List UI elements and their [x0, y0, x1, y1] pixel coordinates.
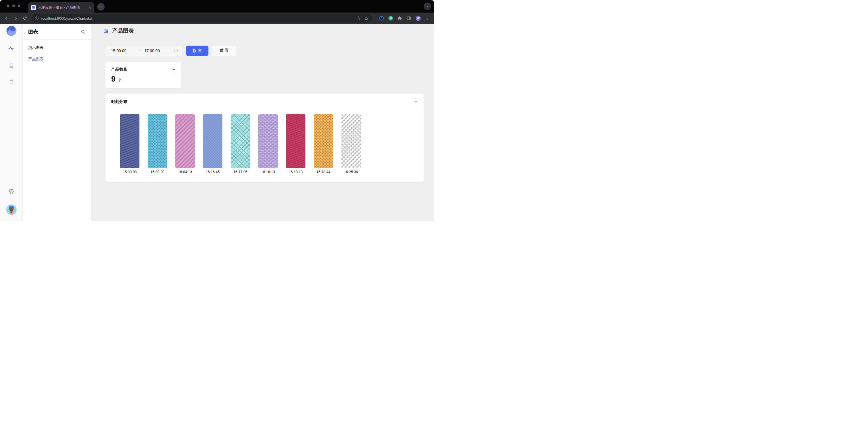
- gear-icon: [8, 188, 14, 194]
- end-time-input[interactable]: 17:00:00: [144, 49, 160, 53]
- bar-chart: 15:39:0815:39:2016:04:1316:16:4516:17:05…: [105, 114, 424, 168]
- star-icon: [364, 16, 369, 21]
- reset-button[interactable]: 重置: [212, 45, 237, 56]
- reload-button[interactable]: [21, 14, 29, 22]
- search-button[interactable]: 搜索: [186, 45, 209, 56]
- sidebar-item-charts[interactable]: [8, 45, 14, 51]
- bar-label: 16:25:34: [341, 170, 361, 174]
- forward-button[interactable]: [12, 14, 20, 22]
- yao-logo-icon: [32, 6, 35, 9]
- stat-unit: 个: [118, 78, 122, 83]
- close-tab-icon[interactable]: [87, 5, 92, 10]
- side-panel-icon: [406, 16, 411, 21]
- stat-card-link-button[interactable]: [170, 66, 177, 73]
- browser-tab[interactable]: 示例应用 - 图表 - 产品图表: [28, 2, 94, 12]
- menu-fold-icon: [103, 28, 108, 33]
- url-host: localhost: [41, 16, 56, 21]
- main-content: 产品图表 15:00:00 17:00:00 搜索 重置: [91, 24, 434, 221]
- window-controls[interactable]: [7, 5, 20, 7]
- icon-sidebar: [0, 24, 23, 221]
- sidebar-search-button[interactable]: [81, 29, 86, 34]
- page-title: 产品图表: [112, 27, 134, 34]
- chart-card: 时刻分布 15:39:0815:39:2016:04:1316:16:4516:…: [105, 94, 424, 182]
- url-text: localhost:8000/yao/x/Chart/stat: [41, 16, 92, 21]
- close-window-button[interactable]: [7, 5, 9, 7]
- tab-search-button[interactable]: [424, 3, 431, 10]
- sidebar-title: 图表: [28, 29, 81, 35]
- kebab-menu-icon: [425, 16, 429, 21]
- stat-value: 9: [111, 75, 116, 83]
- browser-toolbar: localhost:8000/yao/x/Chart/stat G W: [0, 12, 434, 24]
- bar-label: 15:39:20: [148, 170, 167, 174]
- clipboard-icon: [8, 79, 14, 85]
- browser-window: 示例应用 - 图表 - 产品图表 localhost:8000/yao/x/Ch…: [0, 0, 434, 221]
- collapse-sidebar-button[interactable]: [103, 28, 108, 33]
- url-path: :8000/yao/x/Chart/stat: [56, 16, 92, 21]
- back-button[interactable]: [3, 14, 10, 22]
- chart-card-link-button[interactable]: [412, 98, 419, 105]
- bar[interactable]: [148, 114, 167, 168]
- app-root: 图表 演示图表 产品图表 产品图表: [0, 24, 434, 221]
- bar[interactable]: [341, 114, 361, 168]
- chart-card-title: 时刻分布: [111, 99, 127, 104]
- sidebar-header: 图表: [23, 24, 91, 40]
- user-avatar[interactable]: [6, 204, 17, 215]
- time-range-picker[interactable]: 15:00:00 17:00:00: [105, 45, 182, 56]
- bar[interactable]: [231, 114, 250, 168]
- stat-card: 产品数量 9 个: [105, 62, 181, 88]
- yao-logo-icon: [6, 26, 17, 36]
- bar-label: 16:18:18: [286, 170, 305, 174]
- bar[interactable]: [120, 114, 140, 168]
- bar[interactable]: [175, 114, 195, 168]
- sidebar-item-tasks[interactable]: [8, 79, 14, 85]
- sidebar-item-product-chart[interactable]: 产品图表: [28, 57, 86, 62]
- tab-favicon: [31, 5, 36, 10]
- search-icon: [81, 29, 86, 34]
- side-panel-button[interactable]: [405, 15, 412, 22]
- lens-extension-icon: [379, 15, 384, 21]
- svg-text:G: G: [390, 17, 392, 20]
- swap-right-icon: [137, 49, 142, 53]
- bar-label: 16:18:44: [314, 170, 333, 174]
- bar[interactable]: [286, 114, 305, 168]
- share-button[interactable]: [355, 15, 362, 22]
- url-bar[interactable]: localhost:8000/yao/x/Chart/stat: [31, 14, 372, 23]
- sidebar-item-docs[interactable]: [8, 63, 14, 68]
- book-icon: [8, 63, 14, 68]
- settings-button[interactable]: [8, 188, 14, 194]
- new-tab-button[interactable]: [97, 3, 105, 10]
- forward-icon: [13, 16, 18, 21]
- lens-extension-button[interactable]: [378, 15, 385, 22]
- grammarly-extension-icon: G: [388, 15, 394, 21]
- site-info-icon[interactable]: [34, 16, 39, 21]
- profile-avatar-icon: W: [415, 15, 421, 21]
- bar-label: 16:18:13: [258, 170, 278, 174]
- grammarly-extension-button[interactable]: G: [387, 15, 394, 22]
- tab-strip: 示例应用 - 图表 - 产品图表: [0, 0, 434, 12]
- bar-label: 16:04:13: [175, 170, 195, 174]
- bar-label: 15:39:08: [120, 170, 140, 174]
- chevron-down-icon: [426, 5, 429, 8]
- share-icon: [356, 16, 361, 21]
- tab-title: 示例应用 - 图表 - 产品图表: [38, 5, 87, 10]
- bar-label: 16:16:45: [203, 170, 222, 174]
- reload-icon: [23, 16, 27, 21]
- browser-menu-button[interactable]: [424, 15, 431, 22]
- clock-icon: [174, 49, 178, 53]
- svg-text:W: W: [416, 17, 420, 20]
- minimize-window-button[interactable]: [12, 5, 15, 7]
- puzzle-icon: [397, 16, 402, 21]
- extensions-button[interactable]: [396, 15, 403, 22]
- arrow-right-icon: [172, 68, 175, 71]
- profile-avatar[interactable]: W: [414, 15, 422, 22]
- filter-bar: 15:00:00 17:00:00 搜索 重置: [105, 45, 237, 56]
- bar[interactable]: [203, 114, 222, 168]
- bookmark-button[interactable]: [363, 15, 370, 22]
- secondary-sidebar: 图表 演示图表 产品图表: [23, 24, 91, 221]
- bar[interactable]: [258, 114, 278, 168]
- app-logo[interactable]: [6, 26, 17, 36]
- plus-icon: [99, 5, 103, 9]
- zoom-window-button[interactable]: [18, 5, 20, 7]
- start-time-input[interactable]: 15:00:00: [111, 49, 137, 53]
- bar[interactable]: [314, 114, 333, 168]
